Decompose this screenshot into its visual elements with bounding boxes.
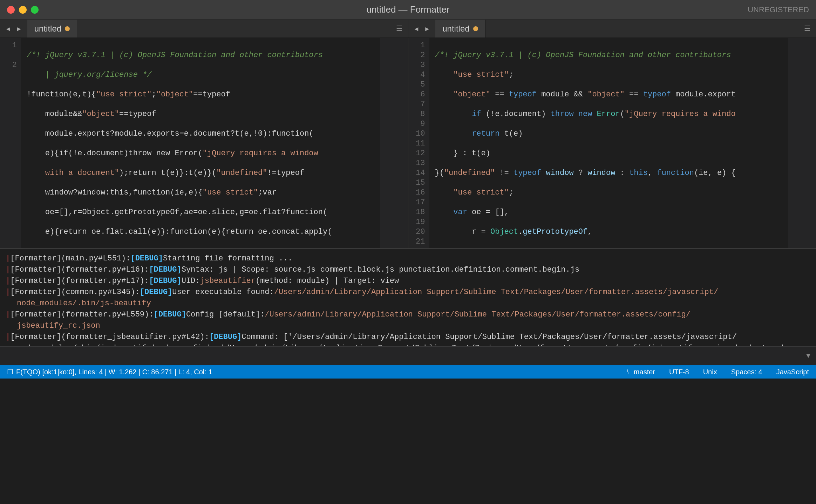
branch-name: master (634, 368, 655, 376)
maximize-button[interactable] (31, 6, 39, 14)
scroll-arrow-icon[interactable]: ▼ (806, 352, 810, 360)
tab-group-left: ◀ ▶ untitled ☰ (0, 20, 408, 38)
left-tab-menu-icon[interactable]: ☰ (390, 24, 408, 33)
next-tab-arrow[interactable]: ▶ (14, 23, 24, 34)
left-code-content[interactable]: /*! jQuery v3.7.1 | (c) OpenJS Foundatio… (21, 38, 380, 248)
console-line-2: |[Formatter](formatter.py#L16): [DEBUG] … (6, 264, 810, 275)
status-indentation[interactable]: Spaces: 4 (731, 368, 762, 376)
console-line-1: |[Formatter](main.py#L551): [DEBUG] Star… (6, 253, 810, 264)
console-output: |[Formatter](main.py#L551): [DEBUG] Star… (0, 248, 816, 346)
right-line-numbers: 1 2 3 4 5 6 7 8 9 10 11 12 13 14 15 16 1… (408, 38, 429, 248)
right-tab-menu-icon[interactable]: ☰ (798, 24, 816, 33)
tab-right-label: untitled (442, 24, 469, 34)
license-status: UNREGISTERED (748, 5, 809, 14)
title-bar: untitled — Formatter UNREGISTERED (0, 0, 816, 20)
checkbox-icon: ☐ (7, 368, 13, 376)
status-line-ending[interactable]: Unix (703, 368, 717, 376)
window-title: untitled — Formatter (367, 4, 450, 15)
tab-left-label: untitled (34, 24, 61, 34)
close-button[interactable] (7, 6, 15, 14)
tab-group-right: ◀ ▶ untitled ☰ (408, 20, 816, 38)
right-minimap (788, 38, 816, 248)
console-input[interactable] (6, 352, 806, 360)
status-file-details: F(TQO) [ok:1|ko:0], Lines: 4 | W: 1.262 … (16, 368, 212, 376)
console-line-5b: jsbeautify_rc.json (6, 320, 810, 332)
console-line-5: |[Formatter](formatter.py#L559): [DEBUG]… (6, 309, 810, 320)
tab-right-untitled[interactable]: untitled (435, 20, 485, 38)
tab-left-untitled[interactable]: untitled (27, 20, 77, 38)
console-line-4b: node_modules/.bin/js-beautify (6, 298, 810, 309)
right-next-tab-arrow[interactable]: ▶ (422, 23, 432, 34)
left-minimap (380, 38, 408, 248)
tab-right-modified-dot (473, 26, 478, 31)
tab-bar: ◀ ▶ untitled ☰ ◀ ▶ untitled ☰ (0, 20, 816, 38)
console-line-3: |[Formatter](formatter.py#L17): [DEBUG] … (6, 275, 810, 287)
console-line-4: |[Formatter](common.py#L345): [DEBUG] Us… (6, 287, 810, 298)
traffic-lights (7, 6, 39, 14)
status-git-branch: ⑂ master (627, 368, 655, 376)
left-nav-arrows: ◀ ▶ (0, 23, 27, 34)
editor-pane-right[interactable]: 1 2 3 4 5 6 7 8 9 10 11 12 13 14 15 16 1… (408, 38, 816, 248)
status-bar-right: ⑂ master UTF-8 Unix Spaces: 4 JavaScript (627, 368, 809, 376)
right-prev-tab-arrow[interactable]: ◀ (412, 23, 421, 34)
console-line-6: |[Formatter](formatter_jsbeautifier.py#L… (6, 332, 810, 343)
status-bar: ☐ F(TQO) [ok:1|ko:0], Lines: 4 | W: 1.26… (0, 365, 816, 379)
status-file-info: ☐ F(TQO) [ok:1|ko:0], Lines: 4 | W: 1.26… (7, 368, 212, 376)
right-nav-arrows: ◀ ▶ (408, 23, 436, 34)
editor-pane-left[interactable]: 1 2 /*! jQuery v3.7.1 | (c) OpenJS Fo (0, 38, 408, 248)
prev-tab-arrow[interactable]: ◀ (4, 23, 13, 34)
status-language[interactable]: JavaScript (776, 368, 809, 376)
console-input-bar[interactable]: ▼ (0, 346, 816, 365)
tab-left-modified-dot (65, 26, 70, 31)
editor-area: 1 2 /*! jQuery v3.7.1 | (c) OpenJS Fo (0, 38, 816, 248)
branch-icon: ⑂ (627, 368, 631, 376)
console-line-6b: node_modules/.bin/js-beautify', '--confi… (6, 343, 810, 346)
minimize-button[interactable] (19, 6, 27, 14)
right-code-content[interactable]: /*! jQuery v3.7.1 | (c) OpenJS Foundatio… (429, 38, 788, 248)
left-line-numbers: 1 2 (0, 38, 21, 248)
status-encoding[interactable]: UTF-8 (669, 368, 689, 376)
